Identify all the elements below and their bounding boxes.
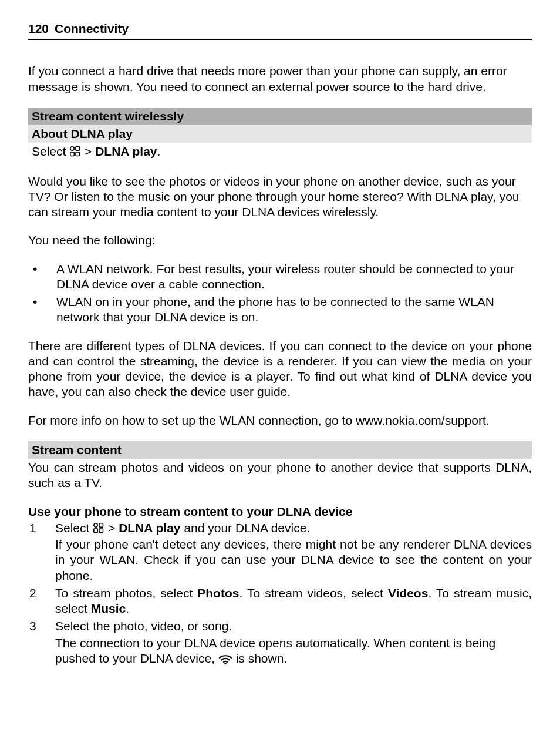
apps-grid-icon bbox=[93, 522, 104, 534]
step3-line2: The connection to your DLNA device opens… bbox=[55, 636, 532, 667]
bullet-text: WLAN on in your phone, and the phone has… bbox=[56, 294, 532, 325]
gt-sep: > bbox=[104, 521, 119, 535]
svg-rect-5 bbox=[99, 523, 103, 528]
dlna-play-label: DLNA play bbox=[95, 145, 157, 158]
select-line: Select > DLNA play. bbox=[28, 143, 532, 160]
page-title: Connectivity bbox=[55, 22, 129, 35]
period: . bbox=[157, 145, 161, 158]
section-stream-content: Stream content bbox=[28, 441, 532, 459]
device-types-paragraph: There are different types of DLNA device… bbox=[28, 338, 532, 400]
period: . bbox=[126, 602, 129, 615]
svg-point-8 bbox=[224, 662, 227, 664]
stream-content-intro: You can stream photos and videos on your… bbox=[28, 460, 532, 491]
music-label: Music bbox=[91, 602, 126, 615]
bullet-text: A WLAN network. For best results, your w… bbox=[56, 261, 532, 293]
need-following: You need the following: bbox=[28, 233, 532, 248]
step-number: 2 bbox=[29, 586, 55, 617]
step1-suffix: and your DLNA device. bbox=[181, 521, 311, 535]
dlna-intro-paragraph: Would you like to see the photos or vide… bbox=[28, 174, 532, 220]
bullet-mark: • bbox=[33, 294, 56, 325]
page-header: 120Connectivity bbox=[28, 21, 532, 40]
gt-sep: > bbox=[81, 145, 95, 158]
step3-line1: Select the photo, video, or song. bbox=[55, 619, 532, 634]
step-number: 1 bbox=[29, 520, 55, 583]
numbered-list: 1 Select > DLNA play and your DLNA devic… bbox=[28, 520, 532, 666]
list-item: 2 To stream photos, select Photos. To st… bbox=[29, 586, 532, 617]
select-prefix: Select bbox=[32, 145, 69, 158]
dlna-play-label: DLNA play bbox=[119, 521, 180, 535]
step-text: Select the photo, video, or song. The co… bbox=[55, 619, 532, 666]
svg-rect-7 bbox=[99, 529, 103, 533]
svg-rect-6 bbox=[94, 529, 98, 533]
step-text: To stream photos, select Photos. To stre… bbox=[55, 586, 532, 617]
step-text: Select > DLNA play and your DLNA device.… bbox=[55, 520, 532, 583]
intro-paragraph: If you connect a hard drive that needs m… bbox=[28, 63, 532, 95]
page-number: 120 bbox=[28, 22, 49, 35]
wifi-icon bbox=[218, 653, 232, 665]
list-item: 1 Select > DLNA play and your DLNA devic… bbox=[29, 520, 532, 583]
section-about-dlna: About DLNA play bbox=[28, 125, 532, 143]
bullet-item: • WLAN on in your phone, and the phone h… bbox=[33, 294, 532, 325]
videos-label: Videos bbox=[388, 586, 428, 600]
list-item: 3 Select the photo, video, or song. The … bbox=[29, 619, 532, 666]
bullet-item: • A WLAN network. For best results, your… bbox=[33, 261, 532, 293]
s2a: To stream photos, select bbox=[55, 586, 197, 600]
s2c: . To stream videos, select bbox=[239, 586, 387, 600]
svg-rect-1 bbox=[76, 147, 80, 150]
step1-note: If your phone can't detect any devices, … bbox=[55, 537, 532, 583]
step1-prefix: Select bbox=[55, 521, 93, 535]
svg-rect-2 bbox=[70, 152, 75, 156]
section-stream-wirelessly: Stream content wirelessly bbox=[28, 108, 532, 125]
svg-point-0 bbox=[70, 147, 74, 150]
svg-rect-3 bbox=[76, 152, 80, 156]
photos-label: Photos bbox=[197, 586, 239, 600]
svg-point-4 bbox=[94, 523, 97, 527]
bullet-list: • A WLAN network. For best results, your… bbox=[28, 261, 532, 325]
more-info-paragraph: For more info on how to set up the WLAN … bbox=[28, 413, 532, 428]
use-phone-heading: Use your phone to stream content to your… bbox=[28, 504, 532, 519]
apps-grid-icon bbox=[69, 146, 81, 157]
s3b2: is shown. bbox=[232, 651, 287, 665]
bullet-mark: • bbox=[33, 261, 56, 293]
page-num-title: 120Connectivity bbox=[28, 21, 532, 36]
step-number: 3 bbox=[29, 619, 55, 666]
